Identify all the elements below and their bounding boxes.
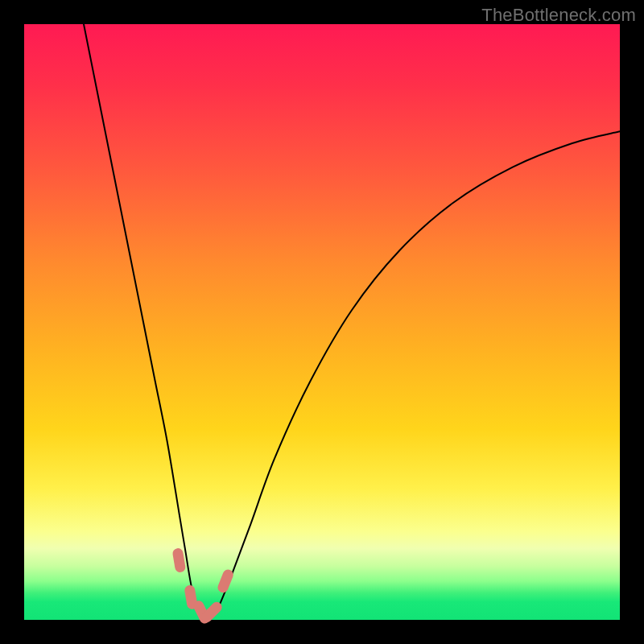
chart-frame: TheBottleneck.com [0,0,644,644]
curve-marker [217,568,235,595]
watermark-text: TheBottleneck.com [481,5,636,26]
curve-marker [172,547,187,573]
curve-markers-group [172,547,235,625]
plot-area [24,24,620,620]
bottleneck-curve-svg [24,24,620,620]
bottleneck-curve-path [84,24,620,621]
